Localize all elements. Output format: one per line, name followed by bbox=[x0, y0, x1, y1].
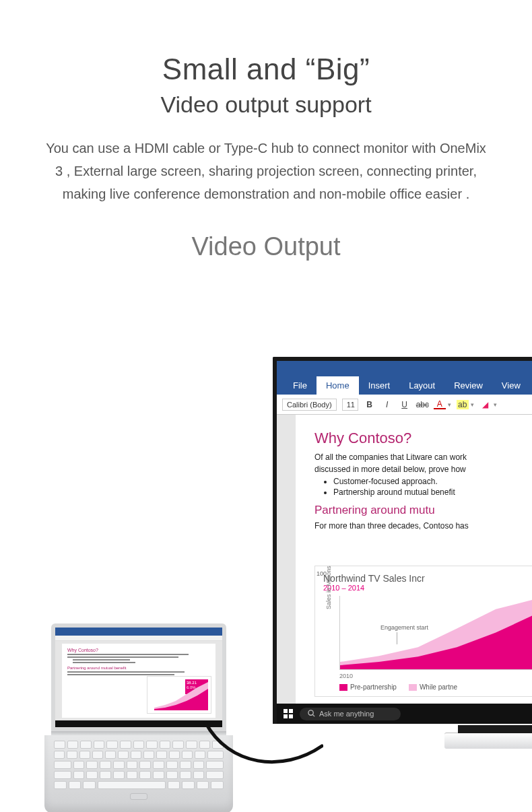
tab-view[interactable]: View bbox=[492, 376, 530, 395]
tab-home[interactable]: Home bbox=[317, 376, 359, 395]
legend-item: Pre-partnership bbox=[339, 683, 397, 691]
mini-titlebar bbox=[55, 628, 222, 636]
marketing-body: You can use a HDMI cable or Type-C hub t… bbox=[40, 137, 492, 205]
marketing-subtitle: Video output support bbox=[0, 92, 532, 118]
tab-insert[interactable]: Insert bbox=[359, 376, 400, 395]
chart-subtitle: 2010 – 2014 bbox=[323, 584, 532, 592]
mini-chart: 38.21 6.0% bbox=[147, 676, 211, 714]
embedded-chart[interactable]: 100 Northwind TV Sales Incr 2010 – 2014 … bbox=[314, 566, 532, 697]
chart-title: Northwind TV Sales Incr bbox=[323, 573, 532, 584]
document-body: XDrone Why Contoso? Of all the companies… bbox=[277, 415, 532, 724]
italic-button[interactable]: I bbox=[381, 400, 393, 409]
chart-legend: Pre-partnership While partne bbox=[339, 683, 532, 691]
mini-word-window: Why Contoso? Partnering around mutual be… bbox=[55, 628, 222, 727]
search-icon bbox=[308, 710, 315, 718]
font-size-select[interactable]: 11 bbox=[342, 399, 358, 411]
hdmi-cable bbox=[202, 719, 323, 780]
brand-logo: XDrone bbox=[273, 556, 288, 590]
laptop-screen: Why Contoso? Partnering around mutual be… bbox=[51, 623, 226, 731]
word-titlebar: Conto bbox=[277, 361, 532, 376]
chart-y-axis-label: Sales in Millions bbox=[325, 566, 332, 609]
underline-button[interactable]: U bbox=[399, 400, 411, 409]
doc-heading-2: Partnering around mutu bbox=[314, 504, 532, 517]
video-output-label: Video Output bbox=[0, 232, 532, 261]
doc-heading-1: Why Contoso? bbox=[314, 430, 532, 447]
doc-bullet: Partnership around mutual benefit bbox=[333, 487, 532, 497]
chart-annotation: Engagement start bbox=[380, 624, 428, 631]
tab-layout[interactable]: Layout bbox=[399, 376, 444, 395]
mini-heading-1: Why Contoso? bbox=[67, 648, 210, 652]
area-chart-svg bbox=[340, 596, 532, 669]
marketing-title: Small and “Big” bbox=[0, 53, 532, 86]
svg-rect-3 bbox=[289, 709, 293, 713]
highlight-chevron-icon[interactable]: ▾ bbox=[471, 401, 474, 408]
windows-logo-icon bbox=[284, 709, 293, 718]
ribbon-tabs: File Home Insert Layout Review View bbox=[277, 376, 532, 395]
chart-plot-area: Sales in Millions Engagement start bbox=[339, 596, 532, 670]
tab-review[interactable]: Review bbox=[444, 376, 492, 395]
mini-heading-2: Partnering around mutual benefit bbox=[67, 666, 210, 670]
external-monitor: Conto File Home Insert Layout Review Vie… bbox=[273, 357, 532, 724]
highlight-button[interactable]: ab bbox=[457, 400, 469, 409]
svg-rect-5 bbox=[289, 714, 293, 718]
laptop-touchpad[interactable] bbox=[130, 793, 147, 800]
document-page[interactable]: XDrone Why Contoso? Of all the companies… bbox=[296, 415, 532, 724]
tab-file[interactable]: File bbox=[284, 376, 317, 395]
bold-button[interactable]: B bbox=[364, 400, 376, 409]
onemix-laptop: Why Contoso? Partnering around mutual be… bbox=[51, 623, 226, 812]
brand-logo-text: XDrone bbox=[273, 581, 288, 590]
strikethrough-button[interactable]: abc bbox=[416, 400, 428, 409]
doc-paragraph: discussed in more detail below, prove ho… bbox=[314, 465, 532, 474]
taskbar-search[interactable]: Ask me anything bbox=[300, 708, 401, 720]
doc-bullet: Customer-focused approach. bbox=[333, 477, 532, 486]
mini-ribbon bbox=[55, 636, 222, 641]
font-color-chevron-icon[interactable]: ▾ bbox=[448, 401, 451, 408]
svg-point-6 bbox=[308, 710, 313, 714]
font-color-button[interactable]: A bbox=[434, 400, 446, 409]
doc-paragraph: Of all the companies that Litware can wo… bbox=[314, 452, 532, 462]
ribbon-chevron-icon[interactable]: ▾ bbox=[494, 401, 497, 408]
svg-rect-2 bbox=[284, 709, 288, 713]
doc-bullet-list: Customer-focused approach. Partnership a… bbox=[333, 477, 532, 497]
search-placeholder: Ask me anything bbox=[319, 710, 374, 718]
font-name-select[interactable]: Calibri (Body) bbox=[282, 399, 337, 411]
marketing-header: Small and “Big” Video output support bbox=[0, 0, 532, 118]
clear-formatting-button[interactable]: ◢ bbox=[479, 400, 492, 409]
laptop-keyboard[interactable] bbox=[54, 741, 224, 789]
mini-document-page: Why Contoso? Partnering around mutual be… bbox=[62, 644, 215, 718]
svg-rect-4 bbox=[284, 714, 288, 718]
svg-line-7 bbox=[312, 714, 314, 716]
doc-paragraph: For more than three decades, Contoso has bbox=[314, 521, 532, 531]
word-window: Conto File Home Insert Layout Review Vie… bbox=[277, 361, 532, 724]
mini-taskbar bbox=[55, 720, 222, 727]
chart-x-axis-label: 2010 bbox=[339, 673, 532, 679]
monitor-stand bbox=[444, 733, 532, 749]
legend-item: While partne bbox=[409, 683, 457, 691]
ribbon-home: Calibri (Body) 11 B I U abc A ▾ ab ▾ ◢ ▾ bbox=[277, 395, 532, 415]
